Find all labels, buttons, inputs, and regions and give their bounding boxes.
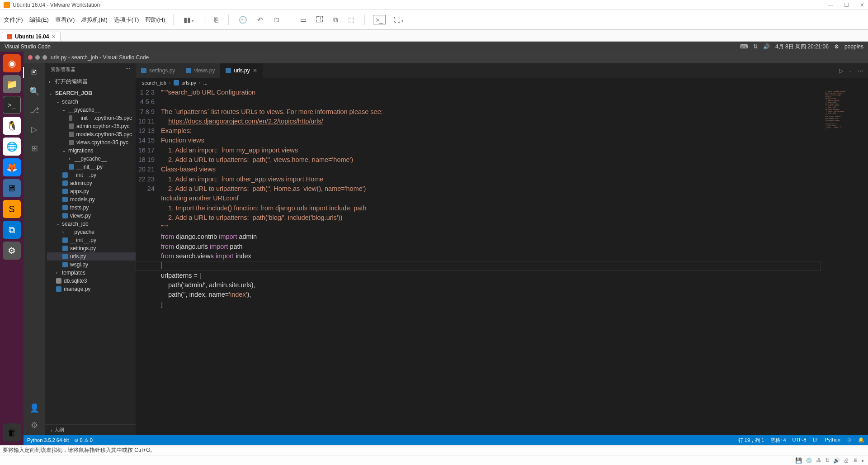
folder-pycache3[interactable]: ›__pycache__ [47, 228, 136, 236]
run-icon[interactable]: ▷ [839, 67, 844, 74]
launcher-remote-icon[interactable]: 🖥 [3, 179, 21, 197]
stretch-icon[interactable]: ⛶▾ [392, 15, 406, 24]
file-admin-py[interactable]: admin.py [47, 179, 136, 187]
file-settings-py[interactable]: settings.py [47, 244, 136, 252]
debug-icon[interactable]: ▷ [29, 124, 40, 135]
open-editors-section[interactable]: ›打开的编辑器 [45, 76, 136, 87]
file-init-pyc[interactable]: __init__.cpython-35.pyc [47, 114, 136, 122]
file-views-pyc[interactable]: views.cpython-35.pyc [47, 138, 136, 147]
launcher-settings-icon[interactable]: ⚙ [3, 242, 21, 260]
account-icon[interactable]: 👤 [29, 403, 40, 413]
git-icon[interactable]: ⎇ [29, 105, 40, 116]
send-cad-icon[interactable]: ⎘ [212, 15, 220, 24]
sound-icon[interactable]: 🔊 [763, 43, 770, 50]
file-init-py[interactable]: __init__.py [47, 171, 136, 179]
launcher-trash-icon[interactable]: 🗑 [3, 423, 21, 441]
explorer-icon[interactable]: 🗎 [23, 67, 45, 78]
status-encoding[interactable]: UTF-8 [793, 437, 807, 444]
launcher-dash-icon[interactable]: ◉ [3, 54, 21, 72]
menu-vm[interactable]: 虚拟机(M) [81, 16, 108, 24]
status-feedback-icon[interactable]: ☺ [847, 437, 852, 444]
file-init-py3[interactable]: __init__.py [47, 236, 136, 244]
pause-icon[interactable]: ▮▮▾ [182, 15, 196, 25]
vscode-max-icon[interactable] [42, 55, 47, 60]
file-views-py[interactable]: views.py [47, 212, 136, 220]
file-tests-py[interactable]: tests.py [47, 204, 136, 212]
minimize-icon[interactable]: — [828, 2, 833, 8]
minimap[interactable]: """search_job URL Config… The urlpattern… [823, 88, 868, 435]
launcher-sublime-icon[interactable]: S [3, 200, 21, 218]
file-urls-py[interactable]: urls.py [47, 252, 136, 261]
status-eol[interactable]: LF [813, 437, 819, 444]
device-more-icon[interactable]: ▸ [862, 457, 864, 464]
file-admin-pyc[interactable]: admin.cpython-35.pyc [47, 122, 136, 130]
search-icon[interactable]: 🔍 [29, 86, 40, 97]
gear-icon[interactable]: ⚙ [29, 420, 40, 431]
breadcrumb[interactable]: search_job› urls.py› ... [136, 78, 868, 88]
device-printer-icon[interactable]: 🖨 [844, 457, 849, 464]
status-bell-icon[interactable]: 🔔 [858, 437, 864, 444]
view-single-icon[interactable]: ▭ [298, 15, 308, 25]
status-spaces[interactable]: 空格: 4 [770, 437, 786, 444]
tab-views[interactable]: views.py [180, 63, 220, 78]
datetime[interactable]: 4月 8日 周四 20:21:06 [775, 43, 829, 51]
launcher-qq-icon[interactable]: 🐧 [3, 117, 21, 135]
network-icon[interactable]: ⇅ [753, 43, 758, 50]
file-apps-py[interactable]: apps.py [47, 187, 136, 195]
menu-edit[interactable]: 编辑(E) [29, 16, 49, 24]
device-display-icon[interactable]: 🖥 [853, 457, 858, 464]
user-name[interactable]: poppies [844, 43, 863, 50]
more-actions-icon[interactable]: ⋯ [858, 67, 863, 74]
snapshot-revert-icon[interactable]: ↶ [255, 15, 265, 25]
tab-settings[interactable]: settings.py [136, 63, 180, 78]
launcher-vscode-icon[interactable]: ⧉ [3, 221, 21, 239]
launcher-terminal-icon[interactable]: >_ [3, 96, 21, 114]
menu-tabs[interactable]: 选项卡(T) [114, 16, 139, 24]
file-models-py[interactable]: models.py [47, 195, 136, 204]
file-wsgi-py[interactable]: wsgi.py [47, 261, 136, 269]
launcher-files-icon[interactable]: 📁 [3, 75, 21, 93]
launcher-chrome-icon[interactable]: 🌐 [3, 138, 21, 156]
file-models-pyc[interactable]: models.cpython-35.pyc [47, 130, 136, 138]
view-unity-icon[interactable]: ⧉ [331, 15, 340, 25]
outline-section[interactable]: ›大纲 [45, 424, 136, 435]
tab-close-icon[interactable]: ✕ [253, 67, 257, 74]
project-section[interactable]: ⌄SEARCH_JOB [45, 89, 136, 98]
tab-urls[interactable]: urls.py✕ [220, 63, 262, 78]
settings-gear-icon[interactable]: ⚙ [834, 43, 839, 50]
folder-templates[interactable]: ›templates [47, 269, 136, 277]
folder-search-job[interactable]: ⌄search_job [47, 220, 136, 228]
snapshot-icon[interactable]: 🕘 [237, 15, 249, 25]
device-net-icon[interactable]: 🖧 [816, 457, 821, 464]
file-init-py-mig[interactable]: __init__.py [47, 163, 136, 171]
vscode-min-icon[interactable] [35, 55, 40, 60]
keyboard-icon[interactable]: ⌨ [740, 43, 748, 50]
fullscreen-icon[interactable]: >_ [373, 15, 385, 24]
split-editor-icon[interactable]: ⫞ [849, 67, 852, 74]
tab-close-icon[interactable]: ✕ [52, 34, 56, 40]
folder-migrations[interactable]: ⌄migrations [47, 147, 136, 155]
device-sound-icon[interactable]: 🔊 [833, 457, 840, 464]
view-console-icon[interactable]: ⬚ [346, 15, 356, 25]
status-position[interactable]: 行 19，列 1 [738, 437, 764, 444]
file-manage-py[interactable]: manage.py [47, 285, 136, 293]
file-db[interactable]: db.sqlite3 [47, 277, 136, 285]
folder-search[interactable]: ⌄search [47, 98, 136, 106]
device-hdd-icon[interactable]: 💾 [795, 457, 802, 464]
code-editor[interactable]: 1 2 3 4 5 6 7 8 9 10 11 12 13 14 15 16 1… [136, 88, 868, 435]
status-problems[interactable]: ⊘ 0 ⚠ 0 [74, 437, 92, 443]
vscode-close-icon[interactable] [28, 55, 33, 60]
folder-pycache2[interactable]: ›__pycache__ [47, 155, 136, 163]
menu-help[interactable]: 帮助(H) [145, 16, 165, 24]
status-python[interactable]: Python 3.5.2 64-bit [27, 437, 69, 443]
snapshot-manager-icon[interactable]: 🗂 [271, 15, 282, 24]
vm-tab-ubuntu[interactable]: Ubuntu 16.04 ✕ [2, 32, 61, 41]
device-usb-icon[interactable]: ⇅ [825, 457, 830, 464]
device-cd-icon[interactable]: 💿 [806, 457, 812, 464]
menu-file[interactable]: 文件(F) [4, 16, 23, 24]
launcher-firefox-icon[interactable]: 🦊 [3, 158, 21, 176]
view-split-icon[interactable]: ⿲ [315, 15, 325, 24]
more-icon[interactable]: ⋯ [125, 66, 130, 73]
menu-view[interactable]: 查看(V) [55, 16, 75, 24]
folder-pycache[interactable]: ⌄__pycache__ [47, 106, 136, 114]
